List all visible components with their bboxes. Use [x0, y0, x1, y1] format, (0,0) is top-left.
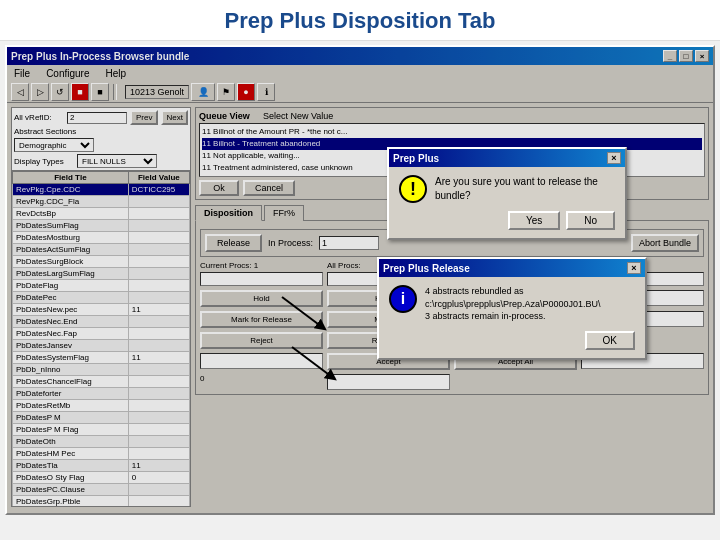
release-dialog-message: 4 abstracts rebundled asc:\rcgplus\prepp… — [425, 285, 601, 323]
page-title-bar: Prep Plus Disposition Tab — [0, 0, 720, 41]
confirm-dialog-titlebar: Prep Plus × — [389, 149, 625, 167]
app-window: Prep Plus In-Process Browser bundle _ □ … — [5, 45, 715, 515]
confirm-no-button[interactable]: No — [566, 211, 615, 230]
release-ok-button[interactable]: OK — [585, 331, 635, 350]
warning-icon: ! — [399, 175, 427, 203]
release-dialog-titlebar: Prep Plus Release × — [379, 259, 645, 277]
release-dialog-close[interactable]: × — [627, 262, 641, 274]
confirm-dialog-close[interactable]: × — [607, 152, 621, 164]
confirm-dialog-message: Are you sure you want to release the bun… — [435, 175, 615, 203]
confirm-dialog-buttons: Yes No — [399, 211, 615, 230]
release-dialog-title: Prep Plus Release — [383, 263, 470, 274]
confirm-dialog-title: Prep Plus — [393, 153, 439, 164]
release-icon-row: i 4 abstracts rebundled asc:\rcgplus\pre… — [389, 285, 635, 323]
dialog-overlay: Prep Plus × ! Are you sure you want to r… — [7, 47, 713, 513]
confirm-dialog: Prep Plus × ! Are you sure you want to r… — [387, 147, 627, 240]
confirm-yes-button[interactable]: Yes — [508, 211, 560, 230]
confirm-icon-row: ! Are you sure you want to release the b… — [399, 175, 615, 203]
confirm-dialog-body: ! Are you sure you want to release the b… — [389, 167, 625, 238]
info-icon: i — [389, 285, 417, 313]
release-dialog-body: i 4 abstracts rebundled asc:\rcgplus\pre… — [379, 277, 645, 358]
release-dialog-buttons: OK — [389, 331, 635, 350]
page-title: Prep Plus Disposition Tab — [0, 8, 720, 34]
release-dialog: Prep Plus Release × i 4 abstracts rebund… — [377, 257, 647, 360]
